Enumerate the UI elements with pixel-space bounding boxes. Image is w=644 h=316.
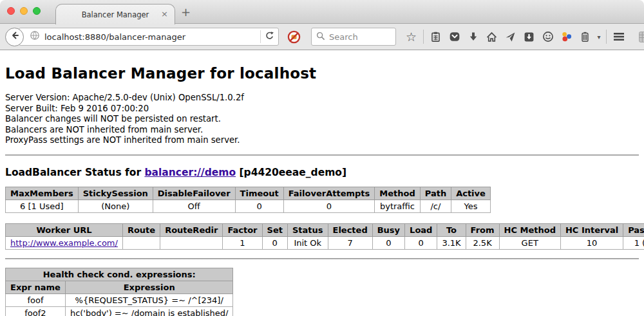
column-header: Expression bbox=[65, 281, 233, 293]
titlebar: Balancer Manager × + bbox=[0, 0, 644, 24]
tab-close-icon[interactable]: × bbox=[161, 10, 168, 19]
table-cell: (None) bbox=[78, 200, 153, 212]
bookmark-star-icon[interactable]: ☆ bbox=[402, 28, 420, 46]
back-button[interactable] bbox=[5, 28, 24, 46]
table-cell: GET bbox=[499, 236, 560, 249]
new-tab-button[interactable]: + bbox=[181, 5, 191, 19]
back-icon bbox=[10, 30, 20, 43]
browser-tab[interactable]: Balancer Manager × bbox=[55, 4, 175, 24]
table-cell: 0 bbox=[262, 236, 287, 249]
table-cell: 6 [1 Used] bbox=[6, 200, 79, 212]
download-box-icon[interactable] bbox=[520, 28, 538, 46]
downloads-icon[interactable] bbox=[464, 28, 482, 46]
balancer-heading-prefix: LoadBalancer Status for bbox=[5, 167, 144, 178]
table-row: 6 [1 Used] (None) Off 0 0 bytraffic /c/ … bbox=[6, 200, 491, 212]
table-cell: 10 bbox=[560, 236, 623, 249]
health-table-title: Health check cond. expressions: bbox=[6, 268, 233, 281]
health-check-table: Health check cond. expressions: Expr nam… bbox=[5, 268, 233, 316]
browser-window: Balancer Manager × + bbox=[0, 0, 644, 316]
column-header: Route bbox=[122, 223, 160, 236]
balancer-heading-suffix: [p4420eeae_demo] bbox=[236, 167, 346, 178]
url-bar[interactable] bbox=[19, 28, 279, 46]
blocker-icon[interactable] bbox=[285, 28, 303, 46]
toolbar-divider bbox=[606, 30, 607, 44]
zoom-window-button[interactable] bbox=[33, 7, 41, 15]
worker-url-cell: http://www.example.com/ bbox=[6, 236, 123, 249]
table-row: foof2 hc('body') =~ /domain is establish… bbox=[6, 306, 233, 316]
server-built-line: Server Built: Feb 9 2016 07:00:20 bbox=[5, 104, 639, 115]
urlbar-divider bbox=[260, 30, 261, 43]
table-cell: 0 bbox=[235, 200, 283, 212]
expression-cell: %{REQUEST_STATUS} =~ /^[234]/ bbox=[65, 293, 233, 306]
pocket-icon[interactable] bbox=[446, 28, 463, 46]
column-header: StickySession bbox=[78, 187, 153, 200]
table-cell: Off bbox=[153, 200, 235, 212]
column-header: From bbox=[466, 223, 499, 236]
column-header: DisableFailover bbox=[153, 187, 235, 200]
table-cell: bytraffic bbox=[375, 200, 420, 212]
expr-name-cell: foof bbox=[6, 293, 66, 306]
server-version-line: Server Version: Apache/2.5.0-dev (Unix) … bbox=[5, 93, 639, 104]
column-header: Method bbox=[375, 187, 420, 200]
table-row: foof %{REQUEST_STATUS} =~ /^[234]/ bbox=[6, 293, 233, 306]
column-header: Active bbox=[451, 187, 491, 200]
column-header: Timeout bbox=[235, 187, 283, 200]
url-input[interactable] bbox=[44, 32, 256, 42]
table-cell bbox=[122, 236, 160, 249]
table-cell: 0 bbox=[405, 236, 437, 249]
window-controls bbox=[7, 7, 41, 15]
worker-row: http://www.example.com/ 1 0 Init Ok 7 0 … bbox=[6, 236, 644, 249]
column-header: Factor bbox=[223, 223, 262, 236]
table-cell: 1 (0) bbox=[623, 236, 644, 249]
toolbar-divider bbox=[423, 30, 424, 44]
search-bar[interactable] bbox=[311, 28, 396, 46]
table-cell: Yes bbox=[451, 200, 491, 212]
column-header: Worker URL bbox=[6, 223, 123, 236]
inherit-notice-line: Balancers are NOT inherited from main se… bbox=[5, 125, 639, 136]
search-input[interactable] bbox=[329, 32, 387, 42]
page-content: Load Balancer Manager for localhost Serv… bbox=[0, 50, 644, 316]
overflow-chevron-icon[interactable]: ▾ bbox=[594, 33, 603, 41]
table-cell: 0 bbox=[372, 236, 404, 249]
worker-url-link[interactable]: http://www.example.com/ bbox=[10, 238, 118, 248]
column-header: Passes bbox=[623, 223, 644, 236]
toolbar-right-group bbox=[603, 28, 644, 46]
clipboard-icon[interactable] bbox=[427, 28, 444, 46]
send-plane-icon[interactable] bbox=[502, 28, 519, 46]
home-icon[interactable] bbox=[483, 28, 500, 46]
navigation-toolbar: ☆ ▾ bbox=[0, 24, 644, 50]
column-header: To bbox=[437, 223, 466, 236]
colored-dots-icon[interactable] bbox=[558, 28, 575, 46]
column-header: FailoverAttempts bbox=[283, 187, 375, 200]
clipper-grid-icon[interactable] bbox=[636, 28, 644, 46]
battery-icon[interactable] bbox=[576, 28, 594, 46]
menu-hamburger-icon[interactable] bbox=[610, 28, 627, 46]
column-header: MaxMembers bbox=[6, 187, 79, 200]
column-header: Status bbox=[287, 223, 328, 236]
globe-icon bbox=[30, 30, 40, 43]
column-header: RouteRedir bbox=[160, 223, 223, 236]
column-header: Path bbox=[420, 187, 451, 200]
worker-status-table: Worker URL Route RouteRedir Factor Set S… bbox=[5, 223, 644, 250]
column-header: Elected bbox=[328, 223, 372, 236]
table-cell: 3.1K bbox=[437, 236, 466, 249]
section-divider bbox=[5, 258, 639, 259]
column-header: HC Interval bbox=[560, 223, 623, 236]
close-window-button[interactable] bbox=[7, 7, 15, 15]
balancer-heading: LoadBalancer Status for balancer://demo … bbox=[5, 167, 639, 178]
column-header: Expr name bbox=[6, 281, 66, 293]
table-cell: Init Ok bbox=[287, 236, 328, 249]
column-header: Set bbox=[262, 223, 287, 236]
smiley-icon[interactable] bbox=[539, 28, 556, 46]
reload-icon[interactable] bbox=[265, 31, 274, 43]
table-cell: 0 bbox=[283, 200, 375, 212]
minimize-window-button[interactable] bbox=[20, 7, 28, 15]
expression-cell: hc('body') =~ /domain is established/ bbox=[65, 306, 233, 316]
table-cell: 7 bbox=[328, 236, 372, 249]
balancer-link[interactable]: balancer://demo bbox=[144, 167, 236, 178]
page-title: Load Balancer Manager for localhost bbox=[5, 65, 639, 82]
table-cell: 1 bbox=[223, 236, 262, 249]
table-header-row: Expr name Expression bbox=[6, 281, 233, 293]
table-header-row: Worker URL Route RouteRedir Factor Set S… bbox=[6, 223, 644, 236]
expr-name-cell: foof2 bbox=[6, 306, 66, 316]
